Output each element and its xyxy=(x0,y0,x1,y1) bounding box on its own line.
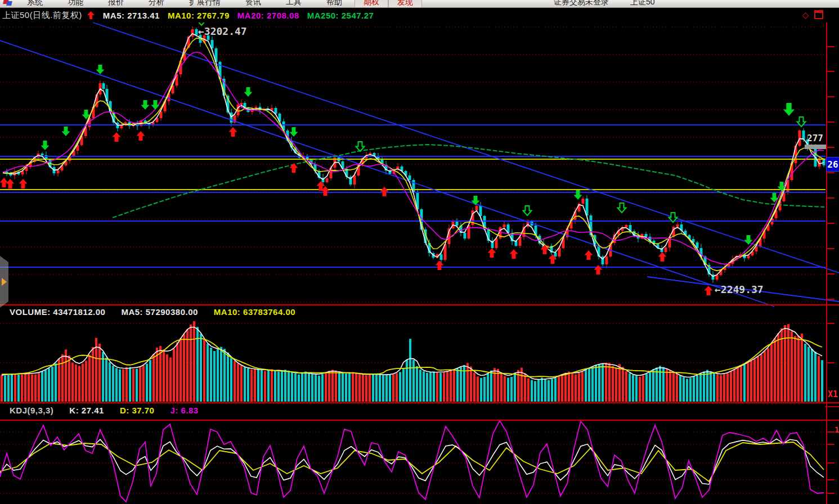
signal-up-arrow-icon xyxy=(87,11,95,20)
chart-title-row: 上证50(日线.前复权) MA5: 2713.41MA10: 2767.79MA… xyxy=(0,8,839,22)
kdj-legend: KDJ(9,3,3)K: 27.41D: 37.70J: 6.83 xyxy=(2,406,199,415)
kdj-label-1: KDJ(9,3,3) xyxy=(10,406,53,415)
kdj-label-2: K: 27.41 xyxy=(69,406,104,415)
ma-label-2: MA10: 2767.79 xyxy=(168,11,230,20)
trading-app-window: 系统功能报价分析扩展行情资讯工具帮助期权发现 证券交易未登录 上证50 上证50… xyxy=(0,0,839,504)
volume-legend: VOLUME: 43471812.00MA5: 57290380.00MA10:… xyxy=(2,307,295,317)
peak-price-annotation: ←3202.47 xyxy=(198,25,247,37)
volume-unit-label: X1 xyxy=(828,389,838,399)
ma-label-4: MA250: 2547.27 xyxy=(307,11,374,20)
diamond-icon[interactable]: ◇ xyxy=(802,11,809,19)
expand-arrow-icon xyxy=(2,278,7,286)
kdj-label-3: D: 37.70 xyxy=(120,406,155,415)
volume-label-3: MA10: 63783764.00 xyxy=(214,307,295,317)
ma-legend: MA5: 2713.41MA10: 2767.79MA20: 2708.08MA… xyxy=(95,11,374,20)
axis-price-box: 26 xyxy=(826,157,839,172)
ma-label-3: MA20: 2708.08 xyxy=(237,11,299,20)
last-price-annotation: 277 xyxy=(807,133,823,143)
ma-label-1: MA5: 2713.41 xyxy=(103,11,160,20)
trough-price-annotation: ←2249.37 xyxy=(715,284,764,295)
sidebar-slide-handle[interactable] xyxy=(0,256,8,308)
kdj-axis-label: 1 xyxy=(834,425,839,434)
price-tag-marker xyxy=(805,145,826,149)
chart-canvas[interactable] xyxy=(0,0,839,504)
kdj-label-4: J: 6.83 xyxy=(170,406,198,415)
chart-title: 上证50(日线.前复权) xyxy=(2,10,82,21)
volume-label-1: VOLUME: 43471812.00 xyxy=(10,307,105,317)
volume-label-2: MA5: 57290380.00 xyxy=(121,307,198,317)
maximize-pane-icon[interactable] xyxy=(814,10,823,19)
